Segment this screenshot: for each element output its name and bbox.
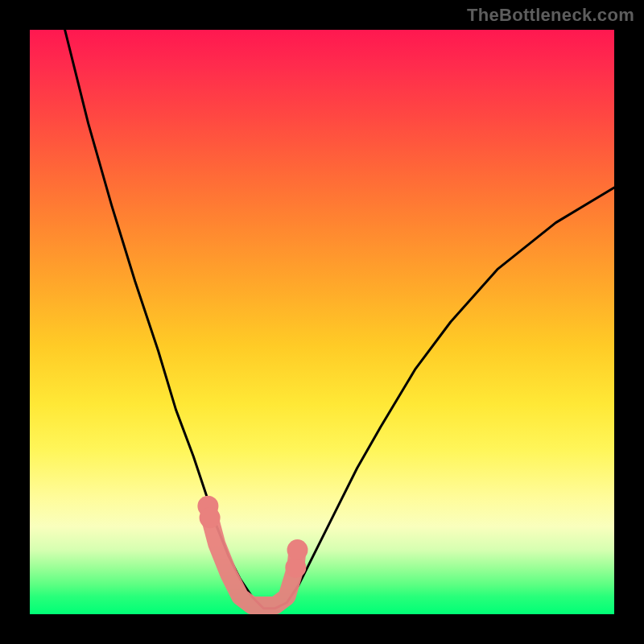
bottleneck-curve	[65, 30, 614, 609]
chart-frame: TheBottleneck.com	[0, 0, 644, 644]
watermark-text: TheBottleneck.com	[467, 5, 634, 26]
selected-band-marker	[287, 539, 308, 560]
bottleneck-curve-path	[65, 30, 614, 609]
selected-band-marker	[200, 507, 221, 528]
selected-band-path	[208, 506, 297, 605]
plot-area	[30, 30, 614, 614]
selected-band-markers	[197, 496, 308, 605]
chart-svg	[30, 30, 614, 614]
